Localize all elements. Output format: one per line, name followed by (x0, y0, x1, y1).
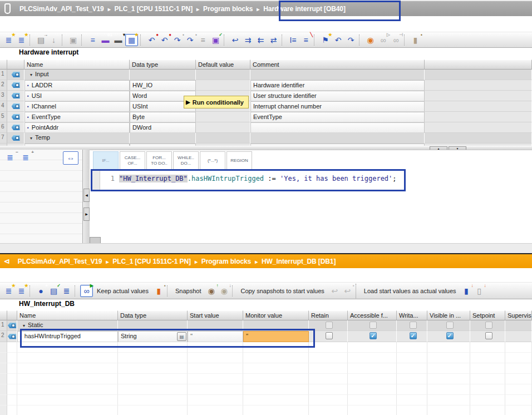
breadcrumb-project[interactable]: PLCSimAdv_API_Test_V19 (18, 258, 102, 265)
snippet-for-button[interactable]: FOR...TO DO.. (146, 151, 172, 170)
code-line-text[interactable]: "HW_Interrupt_DB".hasHWIntrupTrigged := … (119, 171, 397, 190)
table-row-temp[interactable]: 7 Temp (0, 133, 532, 144)
snapshot-take-icon[interactable]: ◉↑ (205, 285, 217, 297)
snippet-region-button[interactable]: REGION (226, 151, 252, 170)
col-retain[interactable]: Retain (309, 310, 348, 320)
expand-triangle-icon[interactable] (30, 72, 32, 77)
absolute-operands-icon[interactable]: ▬01 (100, 34, 111, 46)
data-type-cell[interactable]: Byte (130, 112, 196, 122)
bookmark-next-icon[interactable]: ↷ (345, 34, 357, 46)
expand-members-icon[interactable]: ●+ (35, 285, 47, 297)
monitor-sequence-icon[interactable]: ∞▷ (377, 34, 389, 46)
name-cell[interactable]: Temp (24, 133, 130, 144)
default-value-cell[interactable] (196, 112, 250, 122)
snippet-comment-button[interactable]: (*...*) (200, 151, 225, 170)
hide-symbol-icon[interactable]: ≡╲ (300, 34, 312, 46)
monitor-value-cell[interactable]: '' (243, 331, 309, 342)
comment-cell[interactable]: Interrupt channel number (250, 101, 425, 112)
undo-icon[interactable]: ↶● (146, 34, 157, 46)
default-value-cell[interactable] (196, 122, 250, 133)
accessible-checkbox[interactable] (370, 332, 377, 339)
col-accessible[interactable]: Accessible f... (348, 310, 397, 320)
breadcrumb-project[interactable]: PLCSimAdv_API_Test_V19 (19, 5, 104, 13)
import-source-icon[interactable]: ↓ (48, 34, 60, 46)
table-row-eventtype[interactable]: 5 EventType Byte EventType (0, 112, 532, 122)
collapse-declarations-icon[interactable]: ≣− (3, 152, 17, 163)
expand-declarations-icon[interactable]: ≣+ (18, 152, 33, 163)
col-writable[interactable]: Writa... (397, 310, 427, 320)
insert-row-icon[interactable]: ≣★ (16, 285, 27, 297)
code-editor[interactable]: IF... CASE...OF... FOR...TO DO.. WHILE..… (90, 150, 532, 244)
name-cell[interactable]: LADDR (24, 80, 130, 91)
selected-code-line[interactable]: 1 "HW_Interrupt_DB".hasHWIntrupTrigged :… (91, 169, 406, 191)
table-row-pointaddr[interactable]: 6 PointAddr DWord (0, 122, 532, 133)
goto-definition-icon[interactable]: ↩ (229, 34, 241, 46)
undock-icon[interactable] (4, 257, 10, 265)
name-cell[interactable]: USI (24, 91, 130, 101)
table-row-hashwintruptrigged[interactable]: 2 hasHWIntrupTrigged String '' '' (0, 331, 532, 342)
monitor-all-icon[interactable]: ∞▶ (80, 285, 93, 297)
splitter-collapse-left-button[interactable]: ◀ (83, 189, 90, 202)
name-cell[interactable]: Static (17, 320, 118, 331)
metadata-icon[interactable]: ▣ (67, 34, 79, 46)
show-absolute-icon[interactable]: I≡ (287, 34, 299, 46)
breadcrumb-ob40[interactable]: Hardware interrupt [OB40] (263, 5, 346, 13)
col-name[interactable]: Name (17, 310, 118, 320)
insert-network-icon[interactable]: ≣★ (3, 34, 14, 46)
data-type-picker-button[interactable] (177, 332, 186, 341)
data-type-cell[interactable]: HW_IO (130, 80, 196, 91)
comment-cell[interactable]: EventType (250, 112, 425, 122)
table-row-ichannel[interactable]: 4 IChannel USInt Interrupt channel numbe… (0, 101, 532, 112)
load-start-values-icon[interactable]: ▮↓ (461, 285, 472, 297)
breadcrumb-plc[interactable]: PLC_1 [CPU 1511C-1 PN] (112, 258, 191, 265)
monitor-io-icon[interactable]: ∞⊣ (390, 34, 402, 46)
breadcrumb-program-blocks[interactable]: Program blocks (201, 258, 251, 265)
call-structure-icon[interactable]: ◉ (364, 34, 376, 46)
table-row-input[interactable]: 1 Input (0, 70, 532, 80)
comment-cell[interactable]: User structure identifier (250, 91, 425, 101)
col-start-value[interactable]: Start value (188, 310, 243, 320)
setpoint-checkbox[interactable] (485, 332, 492, 339)
writable-checkbox[interactable] (410, 332, 417, 339)
comments-icon[interactable]: ▬▾ (112, 34, 124, 46)
expand-triangle-icon[interactable] (23, 323, 25, 328)
bookmark-prev-icon[interactable]: ↶ (332, 34, 344, 46)
col-setpoint[interactable]: Setpoint (470, 310, 505, 320)
snapshot-copy-icon[interactable]: ◉↓ (218, 285, 230, 297)
network-list-icon[interactable]: ≡ (87, 34, 98, 46)
comment-cell[interactable]: Hardware identifier (250, 80, 425, 91)
copy-snapshots-selected-icon[interactable]: ↩▪ (342, 285, 353, 297)
col-default-value[interactable]: Default value (196, 60, 250, 70)
col-name[interactable]: Name (24, 60, 130, 70)
table-row-laddr[interactable]: 2 LADDR HW_IO Hardware identifier (0, 80, 532, 91)
visible-checkbox[interactable] (446, 332, 454, 339)
expand-all-rows-icon[interactable]: ≣ (61, 285, 72, 297)
comment-cell[interactable] (250, 122, 425, 133)
auto-format-icon[interactable]: ⇄ (268, 34, 279, 46)
name-cell[interactable]: Input (24, 70, 130, 80)
col-data-type[interactable]: Data type (130, 60, 196, 70)
update-interface-icon[interactable]: ▤✓ (48, 285, 60, 297)
splitter-collapse-right-button[interactable]: ▶ (83, 208, 90, 221)
col-supervision[interactable]: Supervision (505, 310, 532, 320)
snippet-if-button[interactable]: IF... (93, 151, 119, 170)
know-how-protection-icon[interactable]: ▮▪ (410, 34, 421, 46)
redo-all-icon[interactable]: ↷▪ (184, 34, 196, 46)
retain-checkbox[interactable] (326, 332, 333, 339)
keep-actual-values-icon[interactable]: ▮▪ (153, 285, 165, 297)
open-block-icon[interactable]: ▤→ (35, 34, 47, 46)
vertical-splitter[interactable]: ◀ ▶ (82, 150, 90, 243)
load-start-values-selected-icon[interactable]: ▯↓ (474, 285, 485, 297)
outdent-icon[interactable]: ⇇ (255, 34, 267, 46)
name-cell[interactable]: PointAddr (24, 122, 130, 133)
name-cell[interactable]: hasHWIntrupTrigged (17, 331, 118, 342)
data-type-cell[interactable]: String (118, 331, 188, 342)
breadcrumb-db1[interactable]: HW_Interrupt_DB [DB1] (262, 258, 336, 265)
breadcrumb-plc[interactable]: PLC_1 [CPU 1511C-1 PN] (115, 5, 193, 13)
insert-row-icon[interactable]: ≣★ (16, 34, 27, 46)
name-cell[interactable]: IChannel (24, 101, 130, 112)
default-value-cell[interactable] (196, 80, 250, 91)
copy-snapshots-icon[interactable]: ↩ (329, 285, 341, 297)
col-data-type[interactable]: Data type (118, 310, 188, 320)
table-row-static[interactable]: 1 Static (0, 320, 532, 331)
